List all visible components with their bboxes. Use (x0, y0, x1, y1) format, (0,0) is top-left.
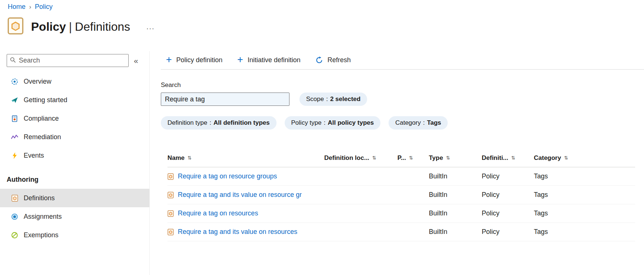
policy-definition-icon (167, 192, 174, 198)
type-cell: BuiltIn (429, 191, 482, 199)
category-cell: Tags (534, 172, 635, 180)
table-row: Require a tag and its value on resources… (167, 223, 635, 241)
column-header-policies[interactable]: P... ⇅ (397, 154, 429, 162)
sidebar-item-overview[interactable]: Overview (0, 72, 149, 91)
breadcrumb-home-link[interactable]: Home (8, 3, 26, 11)
category-cell: Tags (534, 191, 635, 199)
category-cell: Tags (534, 209, 635, 217)
sidebar-item-assignments[interactable]: Assignments (0, 207, 149, 226)
refresh-icon (315, 56, 323, 64)
sort-icon: ⇅ (446, 155, 450, 161)
breadcrumb-policy-link[interactable]: Policy (35, 3, 52, 11)
column-header-definition-type[interactable]: Definiti... ⇅ (482, 154, 534, 162)
filter-row-1: Scope : 2 selected (161, 93, 644, 106)
type-cell: BuiltIn (429, 209, 482, 217)
sidebar-section-authoring: Authoring (0, 169, 149, 189)
page-header: Policy|Definitions ... (7, 17, 155, 36)
sidebar-item-label: Exemptions (24, 231, 58, 239)
sidebar: « Overview Getting started (0, 51, 150, 275)
definition-type-filter-pill[interactable]: Definition type : All definition types (161, 116, 277, 130)
definition-type-cell: Policy (482, 228, 534, 236)
sidebar-item-label: Events (24, 152, 44, 160)
definition-link[interactable]: Require a tag and its value on resource … (178, 191, 302, 199)
policy-definition-icon (167, 229, 174, 235)
policy-definition-icon (167, 210, 174, 217)
policy-type-filter-pill[interactable]: Policy type : All policy types (285, 116, 381, 130)
initiative-definition-button[interactable]: + Initiative definition (237, 56, 301, 65)
more-options-button[interactable]: ... (146, 23, 155, 31)
column-header-category[interactable]: Category ⇅ (534, 154, 635, 162)
sidebar-item-label: Definitions (24, 194, 55, 202)
table-row: Require a tag and its value on resource … (167, 186, 635, 204)
sidebar-item-events[interactable]: Events (0, 146, 149, 165)
sort-icon: ⇅ (511, 155, 515, 161)
table-row: Require a tag on resources BuiltIn Polic… (167, 204, 635, 223)
sidebar-item-label: Compliance (24, 115, 59, 123)
compliance-icon (11, 115, 18, 122)
page-title: Policy|Definitions (31, 20, 130, 34)
sidebar-item-label: Remediation (24, 133, 61, 141)
definition-type-cell: Policy (482, 172, 534, 180)
policy-page-icon (7, 17, 24, 36)
sidebar-item-definitions[interactable]: Definitions (0, 189, 149, 207)
sidebar-search-box[interactable] (7, 54, 129, 67)
category-cell: Tags (534, 228, 635, 236)
definition-link[interactable]: Require a tag and its value on resources (178, 228, 297, 236)
sort-icon: ⇅ (372, 155, 376, 161)
search-icon (10, 57, 16, 64)
sidebar-collapse-button[interactable]: « (134, 56, 138, 65)
category-filter-pill[interactable]: Category : Tags (389, 116, 448, 130)
sidebar-nav: Overview Getting started Compliance (0, 72, 149, 244)
exemptions-icon (11, 232, 18, 239)
sort-icon: ⇅ (187, 155, 191, 161)
main-content: + Policy definition + Initiative definit… (161, 51, 644, 275)
definitions-icon (11, 195, 18, 202)
definition-link[interactable]: Require a tag on resources (178, 209, 258, 217)
sidebar-item-label: Assignments (24, 213, 62, 221)
plus-icon: + (237, 55, 243, 65)
search-label: Search (161, 81, 644, 89)
overview-icon (11, 78, 18, 85)
sidebar-item-label: Overview (24, 78, 51, 85)
assignments-icon (11, 213, 18, 220)
filter-section: Search Scope : 2 selected Definition typ… (161, 81, 644, 130)
plus-icon: + (166, 55, 172, 65)
table-header-row: Name ⇅ Definition loc... ⇅ P... ⇅ Type ⇅… (167, 149, 635, 167)
sidebar-item-label: Getting started (24, 96, 67, 104)
definition-type-cell: Policy (482, 191, 534, 199)
sidebar-search-row: « (0, 51, 149, 70)
definitions-table: Name ⇅ Definition loc... ⇅ P... ⇅ Type ⇅… (161, 149, 644, 241)
getting-started-icon (11, 97, 18, 104)
sidebar-item-exemptions[interactable]: Exemptions (0, 226, 149, 244)
sidebar-search-input[interactable] (19, 57, 125, 64)
type-cell: BuiltIn (429, 172, 482, 180)
table-row: Require a tag on resource groups BuiltIn… (167, 167, 635, 186)
remediation-icon (11, 134, 18, 141)
policy-definition-button[interactable]: + Policy definition (166, 56, 223, 65)
column-header-type[interactable]: Type ⇅ (429, 154, 482, 162)
breadcrumb: Home › Policy (8, 3, 52, 11)
definition-link[interactable]: Require a tag on resource groups (178, 172, 277, 180)
definition-type-cell: Policy (482, 209, 534, 217)
refresh-button[interactable]: Refresh (315, 56, 351, 64)
events-icon (11, 152, 18, 159)
column-header-definition-location[interactable]: Definition loc... ⇅ (324, 154, 397, 162)
sidebar-item-getting-started[interactable]: Getting started (0, 91, 149, 109)
definition-search-input[interactable] (161, 93, 289, 106)
breadcrumb-chevron-icon: › (29, 4, 31, 10)
sort-icon: ⇅ (409, 155, 413, 161)
type-cell: BuiltIn (429, 228, 482, 236)
sort-icon: ⇅ (564, 155, 568, 161)
sidebar-item-compliance[interactable]: Compliance (0, 109, 149, 128)
column-header-name[interactable]: Name ⇅ (167, 154, 324, 162)
command-bar: + Policy definition + Initiative definit… (161, 51, 644, 70)
scope-filter-pill[interactable]: Scope : 2 selected (299, 93, 367, 106)
filter-row-2: Definition type : All definition types P… (161, 116, 644, 130)
sidebar-item-remediation[interactable]: Remediation (0, 128, 149, 146)
policy-definition-icon (167, 173, 174, 180)
